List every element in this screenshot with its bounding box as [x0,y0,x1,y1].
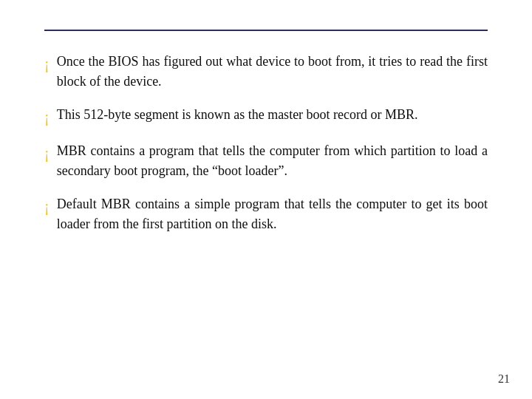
decorative-line [44,30,488,31]
slide: ¡ Once the BIOS has figured out what dev… [0,0,532,399]
slide-number: 21 [498,372,510,386]
bullet-icon: ¡ [44,142,50,164]
bullet-text: Default MBR contains a simple program th… [57,194,488,234]
bullet-text: This 512-byte segment is known as the ma… [57,105,488,125]
bullet-text: Once the BIOS has figured out what devic… [57,52,488,92]
bullet-text: MBR contains a program that tells the co… [57,141,488,181]
bullet-icon: ¡ [44,52,50,75]
list-item: ¡ Once the BIOS has figured out what dev… [44,52,488,92]
list-item: ¡ MBR contains a program that tells the … [44,141,488,181]
list-item: ¡ Default MBR contains a simple program … [44,194,488,234]
bullet-icon: ¡ [44,195,50,217]
list-item: ¡ This 512-byte segment is known as the … [44,105,488,128]
bullet-list: ¡ Once the BIOS has figured out what dev… [44,52,488,234]
bullet-icon: ¡ [44,106,50,128]
